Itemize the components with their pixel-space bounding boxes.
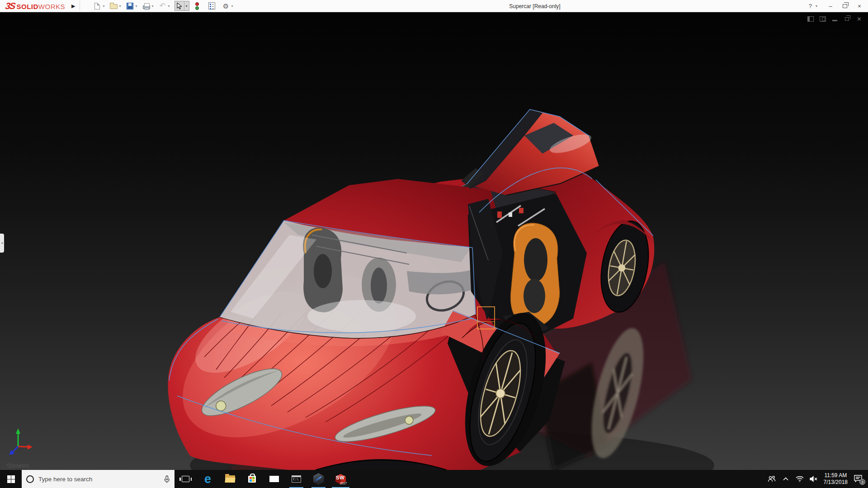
quick-access-toolbar: ▾ ▾ ▾ ▾ ↶ ▾ ▾	[93, 0, 237, 12]
new-document-button[interactable]	[93, 1, 102, 11]
windows-logo-icon	[7, 475, 15, 483]
doc-restore-button[interactable]	[844, 16, 850, 22]
open-folder-icon	[110, 4, 118, 9]
menu-flyout-arrow-icon[interactable]: ▶	[71, 3, 75, 9]
chevron-up-icon[interactable]	[782, 475, 790, 483]
minimize-button[interactable]: –	[825, 0, 836, 12]
doc-restore-icon	[845, 17, 849, 21]
file-properties-icon	[208, 2, 215, 9]
solidworks-logo: 3S SOLID WORKS	[5, 1, 65, 11]
pane-left-icon	[807, 16, 814, 22]
open-button[interactable]	[109, 1, 118, 11]
taskbar-icon-mail[interactable]	[263, 470, 285, 488]
pane-right-toggle-button[interactable]	[819, 16, 826, 22]
doc-minimize-icon	[832, 20, 837, 21]
system-tray: 11:59 AM 7/13/2018 3	[768, 470, 863, 488]
help-button[interactable]: ?	[808, 3, 813, 9]
cortana-icon	[26, 475, 34, 483]
doc-minimize-button[interactable]	[831, 16, 838, 22]
taskbar-icon-command-prompt[interactable]: C:\	[285, 470, 307, 488]
collapsed-panel-tab[interactable]	[0, 234, 4, 253]
toolbar-separator	[80, 1, 80, 11]
graphics-viewport[interactable]: × *Dimetric	[0, 12, 868, 470]
select-tool-button[interactable]: ▾	[175, 1, 189, 11]
task-view-button[interactable]	[175, 470, 197, 488]
edge-icon: e	[204, 473, 211, 485]
command-prompt-icon: C:\	[292, 475, 301, 483]
taskbar-search[interactable]	[22, 470, 175, 488]
tray-time: 11:59 AM	[824, 472, 848, 479]
hexagon-app-icon	[313, 473, 324, 485]
3d-model-supercar[interactable]	[0, 12, 868, 470]
rebuild-traffic-light-icon	[195, 2, 199, 10]
undo-button[interactable]: ↶	[158, 1, 167, 11]
undo-dropdown-arrow[interactable]: ▾	[168, 4, 170, 8]
action-center-button[interactable]: 3	[854, 474, 863, 483]
titlebar: 3S SOLID WORKS ▶ ▾ ▾ ▾ ▾ ↶ ▾ ▾	[0, 0, 868, 12]
options-gear-icon: ⚙	[223, 3, 229, 9]
select-dropdown-arrow[interactable]: ▾	[184, 4, 189, 8]
print-dropdown-arrow[interactable]: ▾	[152, 4, 154, 8]
task-view-icon	[182, 476, 189, 482]
print-button[interactable]	[142, 1, 151, 11]
speaker-mute-icon[interactable]	[810, 475, 818, 483]
mail-icon	[269, 476, 279, 482]
rebuild-button[interactable]	[193, 1, 202, 11]
taskbar-icon-file-explorer[interactable]	[219, 470, 241, 488]
orientation-triad	[9, 428, 33, 455]
microphone-icon[interactable]	[164, 475, 170, 483]
solidworks-logo-mark: 3S	[5, 1, 15, 11]
wifi-icon[interactable]	[796, 475, 804, 483]
undo-icon: ↶	[160, 2, 165, 9]
options-dropdown-arrow[interactable]: ▾	[231, 4, 233, 8]
save-dropdown-arrow[interactable]: ▾	[135, 4, 137, 8]
open-dropdown-arrow[interactable]: ▾	[119, 4, 121, 8]
search-input[interactable]	[38, 476, 159, 483]
store-icon	[248, 476, 256, 483]
taskbar: e C:\ SW 2017	[0, 470, 868, 488]
options-button[interactable]: ⚙	[222, 1, 231, 11]
document-window-controls: ×	[807, 16, 863, 22]
file-explorer-icon	[225, 475, 235, 483]
file-properties-button[interactable]	[208, 1, 217, 11]
close-button[interactable]: ×	[854, 0, 865, 12]
start-button[interactable]	[0, 470, 22, 488]
view-orientation-label: *Dimetric	[6, 463, 29, 469]
taskbar-clock[interactable]: 11:59 AM 7/13/2018	[824, 472, 848, 486]
new-dropdown-arrow[interactable]: ▾	[103, 4, 104, 8]
tray-date: 7/13/2018	[824, 479, 848, 486]
notification-badge: 3	[859, 479, 865, 485]
help-dropdown-arrow[interactable]: ▾	[816, 4, 817, 8]
doc-close-button[interactable]: ×	[856, 16, 863, 22]
taskbar-icon-hexagon-app[interactable]	[307, 470, 330, 488]
restore-button[interactable]	[839, 0, 851, 12]
pane-left-toggle-button[interactable]	[807, 16, 814, 22]
window-title: Supercar [Read-only]	[509, 0, 560, 12]
save-button[interactable]	[125, 1, 134, 11]
taskbar-icon-edge[interactable]: e	[197, 470, 219, 488]
new-document-icon	[94, 3, 100, 9]
print-icon	[143, 5, 150, 9]
taskbar-icon-solidworks[interactable]: SW 2017	[330, 470, 352, 488]
panel-tab-dot	[1, 242, 3, 244]
save-floppy-icon	[127, 3, 133, 9]
pane-right-icon	[820, 16, 826, 22]
select-cursor-icon[interactable]	[175, 1, 184, 10]
people-icon[interactable]	[768, 475, 776, 483]
solidworks-2017-icon: SW 2017	[335, 474, 346, 485]
taskbar-icon-store[interactable]	[241, 470, 263, 488]
restore-icon	[843, 4, 847, 8]
